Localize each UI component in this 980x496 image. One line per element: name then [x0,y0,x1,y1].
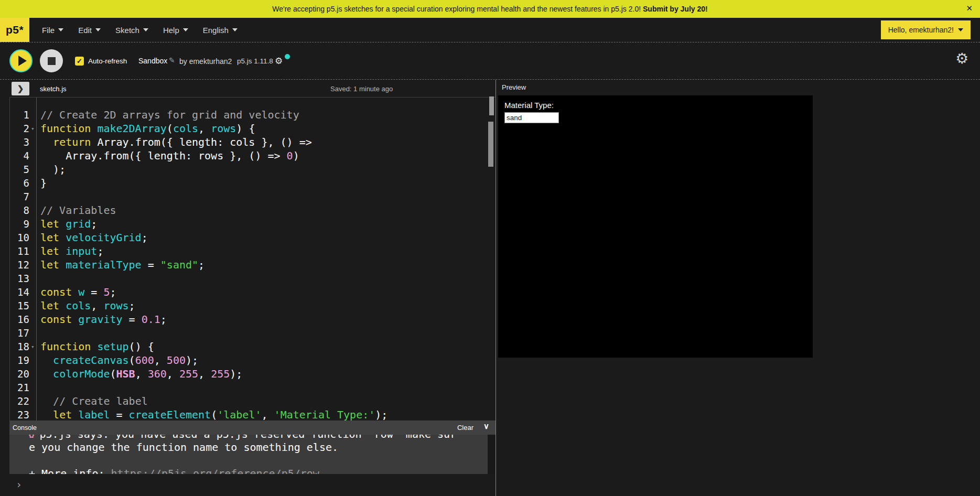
version-gear-icon[interactable]: ⚙ [275,56,283,67]
code-line: 11let input; [10,244,496,258]
code-lines: 1// Create 2D arrays for grid and veloci… [10,98,496,420]
line-number: 22 [10,394,31,408]
line-number: 23 [10,408,31,420]
console-lines: ✿ p5.js says: you have used a p5.js rese… [9,435,496,474]
code-line: 18▾function setup() { [10,340,496,353]
project-name[interactable]: Sandbox [138,57,167,65]
saved-status: Saved: 1 minute ago [330,85,393,93]
line-number: 14 [10,285,31,299]
console-scrollbar[interactable] [489,96,494,115]
menu-items: FileEditSketchHelpEnglish [35,18,245,42]
line-number: 11 [10,244,31,258]
material-type-label: Material Type: [504,101,554,110]
line-number: 3 [10,135,31,149]
code-line: 23 let label = createElement('label', 'M… [10,408,496,420]
console-input-row[interactable]: › [9,474,496,496]
console-prompt-icon: › [16,478,22,491]
chevron-down-icon [143,28,148,31]
play-icon [18,56,27,66]
menu-sketch[interactable]: Sketch [108,21,156,39]
preview-pane: Preview Material Type: [496,80,980,496]
chevron-down-icon [95,28,101,31]
p5-version[interactable]: p5.js 1.11.8 [237,57,273,65]
code-line: 5 ); [10,163,496,176]
fold-arrow-icon[interactable]: ▾ [31,340,35,354]
code-editor[interactable]: 1// Create 2D arrays for grid and veloci… [9,97,496,420]
editor-pane: ❯ sketch.js Saved: 1 minute ago 1// Crea… [9,80,496,496]
line-number: 2▾ [10,122,31,135]
menu-file[interactable]: File [35,21,71,39]
code-line: 14const w = 5; [10,285,496,299]
console-clear-button[interactable]: Clear [457,424,473,432]
line-number: 8 [10,203,31,217]
line-number: 17 [10,326,31,340]
menu-help[interactable]: Help [156,21,196,39]
console-collapse-icon[interactable]: ∨ [483,422,489,431]
code-line: 12let materialType = "sand"; [10,258,496,272]
code-line: 22 // Create label [10,394,496,408]
close-icon[interactable]: ✕ [966,4,973,12]
line-number: 19 [10,353,31,367]
line-number: 10 [10,231,31,244]
console-scrollbar-track [488,435,496,474]
code-line: 16const gravity = 0.1; [10,312,496,326]
line-number: 9 [10,217,31,231]
notification-dot [285,54,290,59]
code-line: 17 [10,326,496,340]
console-header: Console Clear ∨ [9,420,496,435]
sketch-canvas[interactable]: Material Type: [498,95,813,358]
line-number: 1 [10,108,31,122]
code-line: 19 createCanvas(600, 500); [10,353,496,367]
auto-refresh-label: Auto-refresh [88,57,127,65]
menu-english[interactable]: English [196,21,245,39]
preview-title: Preview [502,83,526,91]
account-label: Hello, emekturhan2! [888,26,954,34]
line-number: 6 [10,176,31,190]
stop-button[interactable] [40,49,63,72]
console-title: Console [9,424,37,432]
play-button[interactable] [9,49,33,72]
line-number: 20 [10,367,31,381]
code-line: 15let cols, rows; [10,299,496,312]
chevron-down-icon [232,28,238,31]
code-line: 13 [10,272,496,285]
line-number: 13 [10,272,31,285]
code-line: 21 [10,381,496,394]
main-area: ❯ sketch.js Saved: 1 minute ago 1// Crea… [0,79,980,496]
console-line: + More info: https://p5js.org/reference/… [29,467,496,474]
line-number: 15 [10,299,31,312]
code-line: 8// Variables [10,203,496,217]
project-owner: by emekturhan2 [179,57,232,66]
announcement-cta[interactable]: Submit by July 20! [643,5,708,13]
editor-header: ❯ sketch.js Saved: 1 minute ago [9,82,496,96]
chevron-down-icon [183,28,188,31]
code-line: 6} [10,176,496,190]
fold-arrow-icon[interactable]: ▾ [31,122,35,136]
console-line: e you change the function name to someth… [29,441,496,454]
line-number: 16 [10,312,31,326]
check-icon: ✓ [77,57,82,65]
code-line: 2▾function make2DArray(cols, rows) { [10,122,496,135]
material-type-input[interactable] [504,112,559,123]
edit-pencil-icon[interactable]: ✎ [169,56,175,64]
auto-refresh-checkbox[interactable]: ✓ [75,57,84,66]
menu-edit[interactable]: Edit [71,21,108,39]
code-line: 9let grid; [10,217,496,231]
console-line [29,454,496,467]
code-line: 7 [10,190,496,203]
line-number: 7 [10,190,31,203]
settings-gear-icon[interactable]: ⚙ [955,51,968,66]
console-line: ✿ p5.js says: you have used a p5.js rese… [29,435,496,441]
tab-sketch-js[interactable]: sketch.js [40,85,67,93]
line-number: 12 [10,258,31,272]
p5-logo[interactable]: p5* [0,18,29,42]
editor-scrollbar[interactable] [488,122,493,167]
chevron-down-icon [58,28,63,31]
toolbar: ✓ Auto-refresh Sandbox ✎ by emekturhan2 … [0,42,980,79]
menubar: p5* FileEditSketchHelpEnglish Hello, eme… [0,18,980,42]
account-button[interactable]: Hello, emekturhan2! [881,20,971,39]
sidebar-toggle-button[interactable]: ❯ [12,82,29,95]
announcement-banner: We're accepting p5.js sketches for a spe… [0,0,980,18]
line-number: 5 [10,163,31,176]
console-output: ✿ p5.js says: you have used a p5.js rese… [9,435,496,474]
